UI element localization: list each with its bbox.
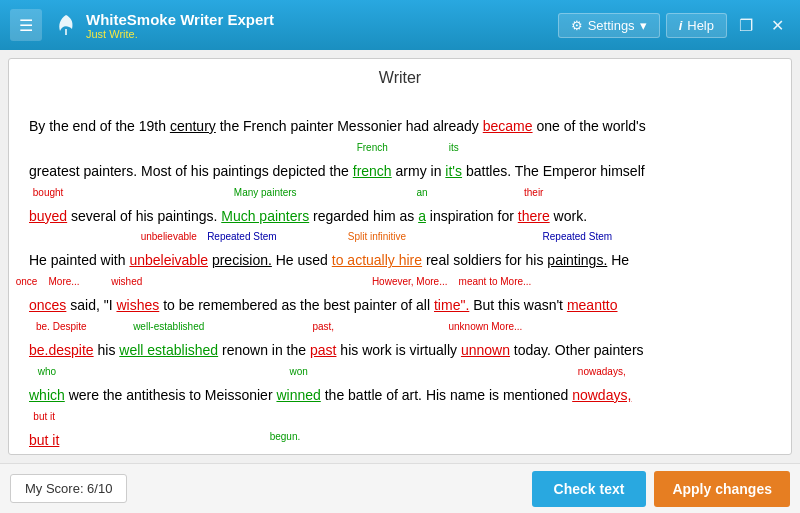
hint-past: past, past: [310, 335, 336, 366]
bottom-bar: My Score: 6/10 Check text Apply changes: [0, 463, 800, 513]
help-label: Help: [687, 18, 714, 33]
word-century: century: [170, 118, 216, 134]
hint-label-unbelievable: unbelievable: [141, 231, 197, 242]
hamburger-icon: ☰: [19, 16, 33, 35]
word-unbeleivable: unbeleivable: [129, 252, 208, 268]
tagline: Just Write.: [86, 28, 274, 40]
brand-name: WhiteSmoke Writer Expert: [86, 11, 274, 28]
word-nowdays: nowdays,: [572, 387, 631, 403]
hint-label-be: be. Despite: [36, 321, 87, 332]
logo: WhiteSmoke Writer Expert Just Write.: [52, 11, 274, 40]
hint-time: However, More... meant to More... time".: [434, 290, 469, 321]
hint-an: an a: [418, 201, 426, 232]
hint-meantto: meantto: [567, 290, 618, 321]
word-time: time".: [434, 297, 469, 313]
word-which: which: [29, 387, 65, 403]
word-its: it's: [445, 163, 462, 179]
hint-nowadays: nowadays, nowdays,: [572, 380, 631, 411]
hint-unknown: unknown More... unnown: [461, 335, 510, 366]
main-content: Writer By the end of the 19th century th…: [8, 58, 792, 455]
hint-label-unknown: unknown More...: [448, 321, 522, 332]
word-to-actually-hire: to actually hire: [332, 252, 422, 268]
hint-label-who: who: [38, 366, 56, 377]
hint-won: won winned: [276, 380, 320, 411]
hint-label-their: their: [524, 187, 543, 198]
hint-label-bought: bought: [33, 187, 64, 198]
restore-button[interactable]: ❐: [733, 12, 759, 39]
hint-french: French french: [353, 156, 392, 187]
text-line-3: bought buyed several of his paintings. M…: [29, 201, 771, 232]
hint-split-inf: Split infinitive to actually hire: [332, 245, 422, 276]
word-buyed: buyed: [29, 208, 67, 224]
hint-many-painters: Many painters Much painters: [221, 201, 309, 232]
word-onces: onces: [29, 297, 66, 313]
hint-well-established: well-established well established: [119, 335, 218, 366]
help-button[interactable]: i Help: [666, 13, 727, 38]
text-line-8: but it but it begun.: [29, 425, 771, 454]
editor-area[interactable]: By the end of the 19th century the Frenc…: [9, 93, 791, 454]
hint-label-once: once More...: [16, 276, 80, 287]
word-paintings2: paintings.: [547, 252, 607, 268]
page-title: Writer: [9, 59, 791, 93]
settings-dropdown-icon: ▾: [640, 18, 647, 33]
word-meantto: meantto: [567, 297, 618, 313]
word-winned: winned: [276, 387, 320, 403]
hint-wish: wished wishes: [116, 290, 159, 321]
score-badge: My Score: 6/10: [10, 474, 127, 503]
text-line-1: By the end of the 19th century the Frenc…: [29, 111, 771, 142]
text-line-6: be. Despite be.despite his well-establis…: [29, 335, 771, 366]
hint-label-split-inf: Split infinitive: [348, 231, 406, 242]
hint-label-begun: begun.: [270, 431, 301, 442]
hint-label-french: French: [357, 142, 388, 153]
hint-label-wishes: wished: [111, 276, 164, 287]
title-bar: ☰ WhiteSmoke Writer Expert Just Write. ⚙…: [0, 0, 800, 50]
word-well-established: well established: [119, 342, 218, 358]
word-a: a: [418, 208, 426, 224]
text-line-2: greatest painters. Most of his paintings…: [29, 156, 771, 187]
hint-label-repeated-stem-1: Repeated Stem: [207, 231, 277, 242]
hint-who: who which: [29, 380, 65, 411]
hint-label-past: past,: [312, 321, 334, 332]
word-became: became: [483, 118, 533, 134]
text-line-5: once More... onces said, "I wished wishe…: [29, 290, 771, 321]
hint-label-an: an: [416, 187, 427, 198]
word-precision: precision.: [212, 252, 272, 268]
settings-button[interactable]: ⚙ Settings ▾: [558, 13, 660, 38]
hint-their: their there: [518, 201, 550, 232]
settings-label: Settings: [588, 18, 635, 33]
hint-bought: bought buyed: [29, 201, 67, 232]
close-button[interactable]: ✕: [765, 12, 790, 39]
hint-once: once More... onces: [29, 290, 66, 321]
word-unnown: unnown: [461, 342, 510, 358]
hint-label-repeated-stem-2: Repeated Stem: [543, 231, 613, 242]
hint-paintings2: Repeated Stem paintings.: [547, 245, 607, 276]
word-but-it: but it: [29, 432, 59, 448]
word-there: there: [518, 208, 550, 224]
word-much-painters: Much painters: [221, 208, 309, 224]
check-text-button[interactable]: Check text: [532, 471, 647, 507]
apply-changes-button[interactable]: Apply changes: [654, 471, 790, 507]
hint-label-well-established: well-established: [133, 321, 204, 332]
hint-precision: Repeated Stem precision.: [212, 245, 272, 276]
text-line-4: He painted with unbelievable unbeleivabl…: [29, 245, 771, 276]
gear-icon: ⚙: [571, 18, 583, 33]
word-wishes: wishes: [116, 297, 159, 313]
hint-label-won: won: [289, 366, 307, 377]
hint-label-nowadays: nowadays,: [578, 366, 626, 377]
title-bar-actions: ⚙ Settings ▾ i Help ❐ ✕: [558, 12, 790, 39]
leaf-icon: [52, 11, 80, 39]
word-french: french: [353, 163, 392, 179]
menu-button[interactable]: ☰: [10, 9, 42, 41]
brand-text: WhiteSmoke Writer Expert Just Write.: [86, 11, 274, 40]
hint-label-but-it: but it: [33, 411, 55, 422]
hint-its: its it's: [445, 156, 462, 187]
hint-label-however: However, More... meant to More...: [372, 276, 532, 287]
hint-unbelievable: unbelievable unbeleivable: [129, 245, 208, 276]
hint-label-its: its: [449, 142, 459, 153]
hint-label-many-painters: Many painters: [234, 187, 297, 198]
hint-be-despite: be. Despite be.despite: [29, 335, 94, 366]
word-past: past: [310, 342, 336, 358]
word-bedespite: be.despite: [29, 342, 94, 358]
hint-but-it: but it but it: [29, 425, 59, 454]
info-icon: i: [679, 18, 683, 33]
